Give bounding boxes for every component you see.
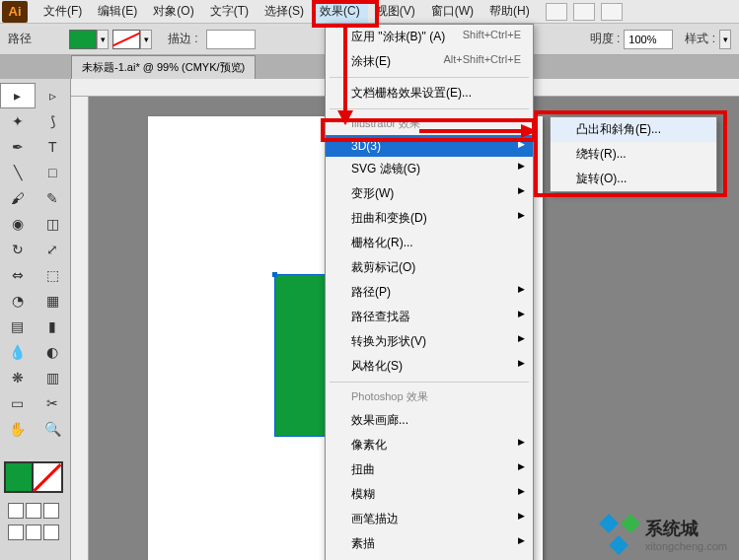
slice-tool[interactable]: ✂ [36,390,71,416]
illustrator-effects-header: Illustrator 效果 [326,112,533,135]
stroke-color[interactable] [32,461,63,493]
mesh-tool[interactable]: ▤ [0,314,36,339]
menu-file[interactable]: 文件(F) [36,0,90,23]
layout-icon-3[interactable] [601,3,623,21]
artboard-tool[interactable]: ▭ [0,390,36,416]
menu-text[interactable]: 文字(T) [202,0,257,23]
stroke-dropdown-icon[interactable]: ▾ [140,30,152,49]
submenu-arrow-icon: ▶ [518,139,525,149]
menu-3d-label: 3D(3) [351,139,381,153]
menu-select[interactable]: 选择(S) [257,0,312,23]
gradient-tool[interactable]: ▮ [36,314,71,339]
menu-smear-shortcut: Alt+Shift+Ctrl+E [443,53,521,70]
magic-wand-tool[interactable]: ✦ [0,108,36,134]
submenu-3d: 凸出和斜角(E)... 绕转(R)... 旋转(O)... [550,116,717,192]
app-logo: Ai [2,1,28,23]
watermark-url: xitongcheng.com [645,540,727,552]
blend-tool[interactable]: ◐ [36,339,71,365]
menu-window[interactable]: 窗口(W) [423,0,481,23]
stroke-none-swatch[interactable] [112,30,140,49]
menu-blur[interactable]: 模糊▶ [326,482,533,507]
menu-brush-strokes[interactable]: 画笔描边▶ [326,507,533,531]
menu-raster-settings[interactable]: 文档栅格效果设置(E)... [326,81,533,105]
blob-brush-tool[interactable]: ◉ [0,211,36,237]
rotate-tool[interactable]: ↻ [0,237,36,262]
layout-icon-2[interactable] [573,3,595,21]
menu-effects[interactable]: 效果(C) [312,0,368,23]
rectangle-tool[interactable]: □ [36,160,71,185]
pen-tool[interactable]: ✒ [0,134,36,160]
menu-3d[interactable]: 3D(3)▶ [326,135,533,157]
screen-mode-1[interactable] [8,525,24,540]
layout-icon-1[interactable] [546,3,567,21]
shape-builder-tool[interactable]: ◔ [0,288,36,314]
lasso-tool[interactable]: ⟆ [36,108,71,134]
opacity-label: 明度 : [590,31,621,47]
opacity-input[interactable] [624,30,673,49]
menu-apply-label: 应用 "涂抹(B)" (A) [351,29,445,45]
zoom-tool[interactable]: 🔍 [36,416,71,442]
menu-pathfinder[interactable]: 路径查找器▶ [326,305,533,329]
style-label: 样式 : [685,31,715,47]
direct-select-tool[interactable]: ▹ [36,83,70,108]
scale-tool[interactable]: ⤢ [36,237,71,262]
free-transform-tool[interactable]: ⬚ [36,262,71,288]
menu-distort[interactable]: 扭曲和变换(D)▶ [326,206,533,231]
menu-texture[interactable]: 纹理▶ [326,556,533,560]
screen-mode-3[interactable] [43,525,59,540]
fill-color[interactable] [4,461,36,493]
menubar: Ai 文件(F) 编辑(E) 对象(O) 文字(T) 选择(S) 效果(C) 视… [0,0,739,24]
menu-distort-ps[interactable]: 扭曲▶ [326,457,533,482]
color-controls [0,450,70,544]
style-dropdown-icon[interactable]: ▾ [719,30,731,49]
menu-apply-shortcut: Shift+Ctrl+E [463,29,521,45]
menu-sketch[interactable]: 素描▶ [326,531,533,556]
color-mode-box[interactable] [8,503,24,519]
menu-apply-last[interactable]: 应用 "涂抹(B)" (A) Shift+Ctrl+E [326,25,533,49]
menubar-right-icons [546,3,623,21]
menu-svg-filter[interactable]: SVG 滤镜(G)▶ [326,157,533,181]
menu-object[interactable]: 对象(O) [145,0,201,23]
submenu-revolve[interactable]: 绕转(R)... [551,142,716,167]
menu-stylize-il[interactable]: 风格化(S)▶ [326,354,533,379]
menu-edit[interactable]: 编辑(E) [90,0,145,23]
eyedropper-tool[interactable]: 💧 [0,339,36,365]
menu-view[interactable]: 视图(V) [368,0,423,23]
menu-warp[interactable]: 变形(W)▶ [326,181,533,206]
menu-pixelate[interactable]: 像素化▶ [326,433,533,457]
submenu-extrude-bevel[interactable]: 凸出和斜角(E)... [551,117,716,142]
paintbrush-tool[interactable]: 🖌 [0,185,36,211]
menu-smear[interactable]: 涂抹(E) Alt+Shift+Ctrl+E [326,49,533,74]
hand-tool[interactable]: ✋ [0,416,36,442]
none-mode-box[interactable] [43,503,59,519]
effects-menu-dropdown: 应用 "涂抹(B)" (A) Shift+Ctrl+E 涂抹(E) Alt+Sh… [325,24,534,560]
perspective-tool[interactable]: ▦ [36,288,71,314]
gradient-mode-box[interactable] [26,503,41,519]
screen-mode-2[interactable] [26,525,41,540]
menu-convert-shape[interactable]: 转换为形状(V)▶ [326,329,533,354]
pencil-tool[interactable]: ✎ [36,185,71,211]
selection-tool[interactable]: ▸ [0,83,36,108]
doc-tab[interactable]: 未标题-1.ai* @ 99% (CMYK/预览) [71,55,256,79]
type-tool[interactable]: T [36,134,71,160]
watermark-logo-icon [600,515,639,554]
menu-cropmarks[interactable]: 裁剪标记(O) [326,255,533,280]
line-tool[interactable]: ╲ [0,160,36,185]
stroke-weight-input[interactable] [206,30,256,49]
menu-help[interactable]: 帮助(H) [481,0,538,23]
menu-rasterize[interactable]: 栅格化(R)... [326,231,533,255]
eraser-tool[interactable]: ◫ [36,211,71,237]
fill-color-swatch[interactable] [69,30,97,49]
path-label: 路径 [8,31,32,47]
watermark: 系统城 xitongcheng.com [600,515,727,554]
menu-effect-gallery[interactable]: 效果画廊... [326,408,533,433]
graph-tool[interactable]: ▥ [36,365,71,390]
stroke-label: 描边 : [168,31,198,47]
menu-path[interactable]: 路径(P)▶ [326,280,533,305]
width-tool[interactable]: ⇔ [0,262,36,288]
submenu-rotate[interactable]: 旋转(O)... [551,167,716,191]
menu-smear-label: 涂抹(E) [351,53,391,70]
menu-separator [330,108,529,109]
fill-dropdown-icon[interactable]: ▾ [97,30,109,49]
symbol-sprayer-tool[interactable]: ❋ [0,365,36,390]
